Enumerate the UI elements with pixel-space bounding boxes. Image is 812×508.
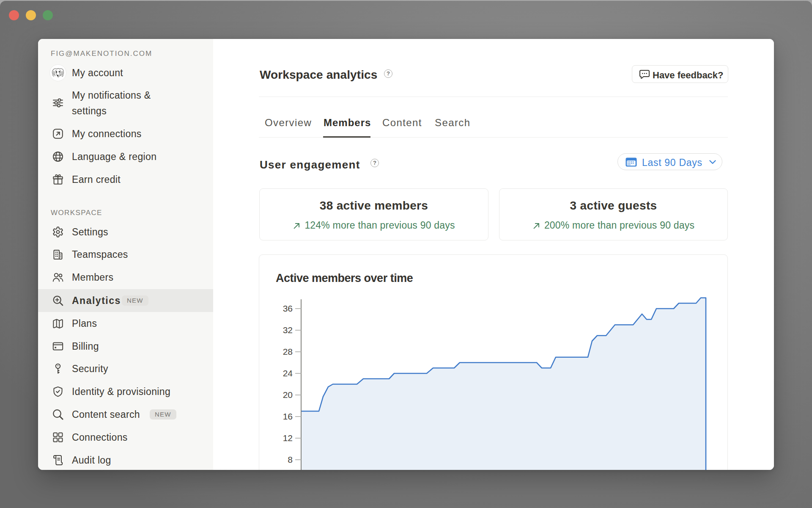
svg-text:12: 12 — [283, 433, 293, 443]
svg-text:16: 16 — [283, 411, 293, 421]
svg-text:8: 8 — [288, 455, 293, 464]
svg-text:36: 36 — [283, 304, 293, 313]
svg-text:28: 28 — [283, 347, 293, 356]
svg-text:24: 24 — [283, 368, 293, 378]
svg-text:32: 32 — [283, 325, 293, 335]
svg-text:20: 20 — [283, 390, 293, 400]
